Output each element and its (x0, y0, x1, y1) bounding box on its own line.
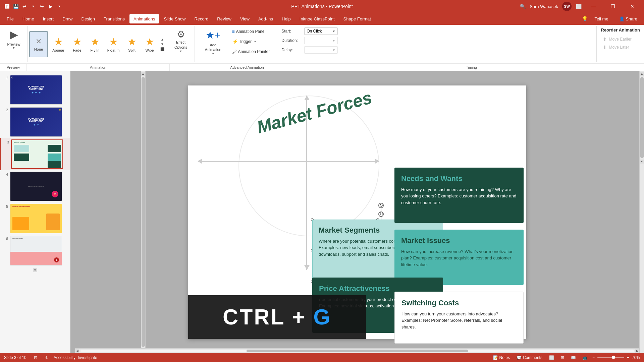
redo-icon[interactable]: ↪ (39, 3, 45, 9)
menu-view[interactable]: View (236, 14, 254, 23)
zoom-minus-icon[interactable]: − (592, 355, 595, 360)
menu-inknoe[interactable]: Inknoe ClassPoint (296, 14, 339, 23)
slide-thumb-1[interactable]: 1 POWERPOINTANIMATIONS ✦ ✦ ✦ ⚙ (0, 74, 70, 106)
animation-flyin-button[interactable]: ★ Fly In (87, 31, 103, 57)
duration-arrow-icon: ▼ (332, 39, 335, 43)
advanced-right-buttons: ≡ Animation Pane ⚡ Trigger ▼ 🖌 Animation… (230, 27, 272, 56)
zoom-level[interactable]: 70% (632, 355, 640, 360)
close-button[interactable]: ✕ (625, 0, 640, 13)
scroll-down-icon[interactable]: ▼ (159, 42, 165, 46)
menu-shape-format[interactable]: Shape Format (339, 14, 375, 23)
menu-transitions[interactable]: Transitions (100, 14, 129, 23)
animation-painter-label: Animation Painter (238, 49, 270, 54)
effect-options-button[interactable]: ⚙ EffectOptions ▼ (169, 27, 193, 54)
horizontal-arrow (198, 161, 379, 162)
animation-split-button[interactable]: ★ Split (123, 31, 140, 57)
animation-scroll: ▲ ▼ ⬛ (159, 37, 165, 52)
scroll-up-button[interactable]: ▲ (141, 72, 145, 76)
delay-dropdown[interactable]: ▼ (304, 46, 338, 54)
present-icon[interactable]: ▶ (48, 3, 54, 9)
move-later-button[interactable]: ⬇ Move Later (601, 43, 640, 51)
share-button[interactable]: 👤 Share (615, 14, 641, 23)
reorder-title: Reorder Animation (601, 27, 640, 33)
animation-appear-button[interactable]: ★ Appear (49, 31, 68, 57)
preview-button[interactable]: ▶ Preview ▼ (4, 27, 23, 50)
notes-button[interactable]: 📝 Notes (491, 355, 512, 361)
slide-sorter-button[interactable]: ⊞ (559, 355, 566, 361)
menu-help[interactable]: Help (278, 14, 295, 23)
restore-button[interactable]: ❐ (605, 0, 621, 13)
customize-qat-icon[interactable]: ▼ (56, 3, 62, 9)
menu-insert[interactable]: Insert (39, 14, 58, 23)
tell-me-button[interactable]: Tell me (591, 14, 612, 23)
normal-view-button[interactable]: ⬜ (547, 355, 556, 361)
effect-options-dropdown-icon[interactable]: ▼ (179, 50, 182, 53)
trigger-button[interactable]: ⚡ Trigger ▼ (230, 38, 272, 46)
duration-dropdown[interactable]: ▼ (304, 37, 338, 44)
ribbon-group-animation: ✕ None ★ Appear ★ Fade ★ Fly In (28, 26, 167, 62)
h-scroll-right-button[interactable]: ▶ (635, 349, 639, 353)
rotate-handle-2[interactable]: ↻ (378, 212, 384, 217)
ctrl-text: CTRL + G (223, 305, 331, 329)
start-dropdown[interactable]: On Click ▼ (304, 27, 338, 35)
animation-pane-button[interactable]: ≡ Animation Pane (230, 27, 272, 36)
ribbon-display-icon[interactable]: ⬜ (576, 3, 582, 9)
preview-dropdown-icon[interactable]: ▼ (12, 46, 15, 50)
scroll-thumb[interactable] (142, 77, 145, 347)
animation-none-button[interactable]: ✕ None (29, 31, 48, 57)
undo-icon[interactable]: ↩ (21, 3, 28, 9)
undo-dropdown-icon[interactable]: ▼ (30, 3, 36, 9)
menu-draw[interactable]: Draw (58, 14, 76, 23)
panel-scroll-down-icon[interactable]: ▼ (33, 268, 37, 272)
title-bar-right: 🔍 Sara Wanasek SW ⬜ — ❐ ✕ (520, 0, 640, 13)
start-label: Start: (281, 29, 302, 34)
h-scroll-left-button[interactable]: ◀ (75, 349, 79, 353)
vertical-scrollbar[interactable]: ▲ ▼ (141, 71, 146, 353)
h-scroll-thumb[interactable] (247, 350, 468, 352)
presenter-view-button[interactable]: 📺 (581, 355, 590, 361)
scroll-more-icon[interactable]: ⬛ (159, 47, 165, 51)
horizontal-scrollbar[interactable]: ◀ ▶ (75, 348, 639, 353)
add-animation-button[interactable]: ★+ AddAnimation ▼ (199, 30, 227, 53)
slide-thumb-3[interactable]: 3 Market Forces (0, 138, 70, 170)
search-icon[interactable]: 🔍 (520, 3, 526, 9)
animation-painter-button[interactable]: 🖌 Animation Painter (230, 48, 272, 56)
slide-view-button[interactable]: ⊡ (32, 355, 39, 361)
move-earlier-button[interactable]: ⬆ Move Earlier (601, 35, 640, 43)
main-area: 1 POWERPOINTANIMATIONS ✦ ✦ ✦ ⚙ 2 POWERPO… (0, 71, 644, 353)
trigger-dropdown-icon[interactable]: ▼ (254, 40, 257, 43)
menu-slideshow[interactable]: Slide Show (160, 14, 190, 23)
reading-view-button[interactable]: 📖 (569, 355, 578, 361)
slide-thumb-5[interactable]: 5 Complete the Conversation (0, 202, 70, 235)
menu-file[interactable]: File (3, 14, 18, 23)
right-scroll-thumb[interactable] (640, 77, 644, 158)
menu-record[interactable]: Record (190, 14, 212, 23)
animation-floatin-button[interactable]: ★ Float In (104, 31, 122, 57)
right-scroll-down-button[interactable]: ▼ (640, 160, 644, 164)
menu-design[interactable]: Design (77, 14, 99, 23)
menu-home[interactable]: Home (18, 14, 38, 23)
menu-addins[interactable]: Add-ins (254, 14, 277, 23)
slide-thumb-6[interactable]: 6 Determine issues... ▶ (0, 235, 70, 267)
menu-animations[interactable]: Animations (129, 14, 159, 23)
right-scroll-up-button[interactable]: ▲ (640, 72, 644, 76)
start-dropdown-arrow-icon: ▼ (332, 29, 335, 33)
card-needs: Needs and Wants How many of your custome… (394, 168, 524, 223)
slide-thumb-2[interactable]: 2 POWERPOINTANIMATIONS ✦ ✦ ★ (0, 106, 70, 138)
animation-fade-button[interactable]: ★ Fade (69, 31, 86, 57)
add-animation-dropdown-icon[interactable]: ▼ (212, 52, 215, 55)
right-scrollbar[interactable]: ▲ ▼ (639, 71, 644, 353)
comments-button[interactable]: 💬 Comments (515, 355, 544, 361)
zoom-plus-icon[interactable]: + (627, 355, 629, 360)
notes-label: Notes (499, 355, 510, 360)
zoom-slider[interactable] (597, 357, 624, 358)
minimize-button[interactable]: — (586, 0, 601, 13)
rotate-handle-1[interactable]: ↻ (378, 203, 384, 208)
save-icon[interactable]: 💾 (13, 3, 19, 9)
menu-review[interactable]: Review (213, 14, 235, 23)
rl-timing: Timing (299, 64, 644, 71)
animation-wipe-button[interactable]: ★ Wipe (141, 31, 158, 57)
user-avatar[interactable]: SW (562, 2, 572, 11)
scroll-up-icon[interactable]: ▲ (159, 38, 165, 42)
slide-thumb-4[interactable]: 4 What Is An Anim? 🎯 (0, 170, 70, 202)
